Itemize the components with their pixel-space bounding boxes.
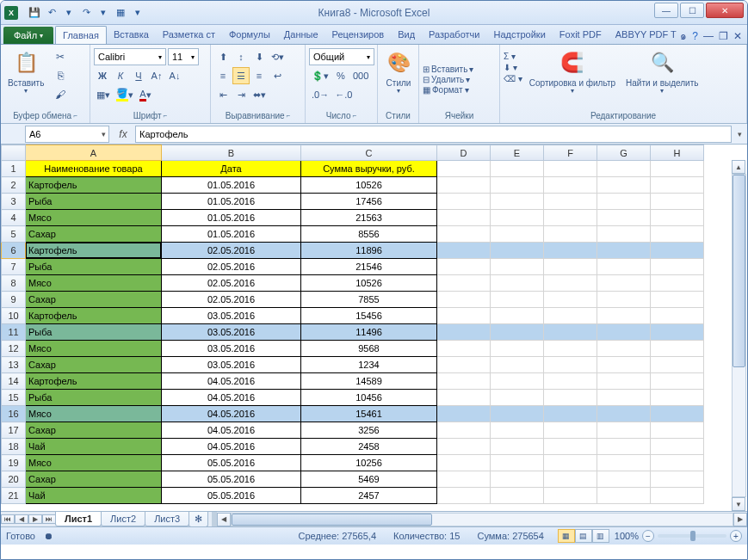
delete-cells-button[interactable]: ⊟ Удалить ▾	[423, 75, 470, 84]
cell[interactable]	[544, 292, 597, 308]
redo-icon[interactable]: ↷	[78, 5, 94, 21]
cell[interactable]	[544, 422, 597, 439]
row-header[interactable]: 10	[2, 308, 26, 324]
cell[interactable]	[651, 471, 704, 488]
fill-icon[interactable]: ⬇ ▾	[504, 63, 522, 72]
row-header[interactable]: 2	[2, 177, 26, 194]
cell[interactable]: 10526	[301, 275, 437, 292]
cell[interactable]	[437, 226, 491, 243]
align-top-icon[interactable]: ⬆	[214, 48, 232, 65]
cell[interactable]: 04.05.2016	[162, 406, 301, 422]
row-header[interactable]: 5	[2, 226, 26, 243]
cell[interactable]	[491, 292, 544, 308]
cell[interactable]	[437, 292, 491, 308]
row-header[interactable]: 11	[2, 324, 26, 341]
currency-icon[interactable]: 💲▾	[309, 67, 331, 84]
cell[interactable]	[597, 422, 651, 439]
new-sheet-button[interactable]: ✻	[189, 512, 208, 527]
row-header[interactable]: 21	[2, 488, 26, 504]
row-header[interactable]: 14	[2, 373, 26, 390]
doc-restore-icon[interactable]: ❐	[719, 30, 728, 42]
column-header[interactable]: G	[597, 145, 651, 161]
zoom-out-icon[interactable]: −	[642, 530, 654, 542]
ribbon-tab-10[interactable]: ABBYY PDF T	[609, 26, 683, 44]
cell[interactable]	[597, 390, 651, 406]
insert-cells-button[interactable]: ⊞ Вставить ▾	[423, 65, 473, 74]
cell[interactable]	[491, 161, 544, 177]
cell[interactable]	[597, 439, 651, 455]
sort-filter-button[interactable]: 🧲 Сортировка и фильтр▾	[526, 48, 619, 96]
ribbon-tab-9[interactable]: Foxit PDF	[553, 26, 609, 44]
sheet-tab[interactable]: Лист2	[101, 512, 145, 526]
cell[interactable]	[651, 406, 704, 422]
ribbon-tab-5[interactable]: Рецензиров	[325, 26, 392, 44]
cell[interactable]	[491, 341, 544, 357]
cell[interactable]	[597, 373, 651, 390]
clear-icon[interactable]: ⌫ ▾	[504, 74, 522, 83]
minimize-button[interactable]: —	[654, 3, 678, 18]
font-size-combo[interactable]: 11▾	[168, 48, 199, 65]
cell[interactable]	[437, 390, 491, 406]
cell[interactable]: 10526	[301, 177, 437, 194]
page-layout-view-icon[interactable]: ▤	[575, 529, 592, 543]
cell[interactable]	[597, 341, 651, 357]
cell[interactable]	[437, 259, 491, 275]
cell[interactable]	[437, 406, 491, 422]
column-header[interactable]: H	[651, 145, 704, 161]
cell[interactable]	[544, 243, 597, 259]
cell[interactable]: 17456	[301, 194, 437, 210]
cell[interactable]	[651, 373, 704, 390]
cell[interactable]	[491, 259, 544, 275]
cut-icon[interactable]: ✂	[51, 48, 70, 65]
cell[interactable]	[437, 357, 491, 373]
cell[interactable]: 03.05.2016	[162, 341, 301, 357]
cell[interactable]: 04.05.2016	[162, 373, 301, 390]
cell[interactable]: Картофель	[26, 373, 162, 390]
cell[interactable]	[651, 161, 704, 177]
column-header[interactable]: F	[544, 145, 597, 161]
qat-more-icon[interactable]: ▦	[113, 5, 128, 21]
file-tab[interactable]: Файл▾	[3, 27, 53, 44]
sheet-nav-last-icon[interactable]: ⏭	[42, 514, 56, 524]
cell[interactable]	[597, 161, 651, 177]
cell[interactable]	[544, 161, 597, 177]
cell[interactable]	[544, 471, 597, 488]
scroll-thumb[interactable]	[232, 514, 432, 526]
scroll-thumb[interactable]	[733, 175, 745, 367]
zoom-slider[interactable]	[658, 534, 726, 538]
cell[interactable]: 05.05.2016	[162, 471, 301, 488]
select-all-corner[interactable]	[2, 145, 26, 161]
copy-icon[interactable]: ⎘	[51, 67, 70, 84]
vertical-scrollbar[interactable]: ▲ ▼	[732, 160, 746, 511]
cell[interactable]: Мясо	[26, 275, 162, 292]
cell[interactable]: 02.05.2016	[162, 243, 301, 259]
row-header[interactable]: 16	[2, 406, 26, 422]
cell[interactable]	[491, 357, 544, 373]
row-header[interactable]: 7	[2, 259, 26, 275]
cell[interactable]	[597, 177, 651, 194]
comma-icon[interactable]: 000	[350, 67, 371, 84]
save-icon[interactable]: 💾	[27, 5, 42, 21]
cell[interactable]: Мясо	[26, 341, 162, 357]
cell[interactable]	[491, 275, 544, 292]
sheet-nav-next-icon[interactable]: ▶	[28, 514, 42, 524]
row-header[interactable]: 4	[2, 210, 26, 226]
row-header[interactable]: 1	[2, 161, 26, 177]
ribbon-tab-2[interactable]: Разметка ст	[156, 26, 222, 44]
cell[interactable]	[597, 357, 651, 373]
wrap-text-icon[interactable]: ↩	[269, 67, 286, 84]
align-middle-icon[interactable]: ↕	[232, 48, 250, 65]
cell[interactable]: 01.05.2016	[162, 226, 301, 243]
cell[interactable]: 14589	[301, 373, 437, 390]
cell[interactable]: Рыба	[26, 390, 162, 406]
cell[interactable]: 3256	[301, 422, 437, 439]
decrease-decimal-icon[interactable]: ←.0	[332, 86, 355, 103]
scroll-up-icon[interactable]: ▲	[732, 160, 745, 174]
cell[interactable]: 04.05.2016	[162, 390, 301, 406]
autosum-icon[interactable]: Σ ▾	[504, 52, 522, 61]
cell[interactable]	[491, 390, 544, 406]
cell[interactable]	[651, 177, 704, 194]
ribbon-tab-1[interactable]: Вставка	[107, 26, 156, 44]
cell[interactable]	[437, 243, 491, 259]
sheet-tab[interactable]: Лист3	[145, 512, 189, 526]
